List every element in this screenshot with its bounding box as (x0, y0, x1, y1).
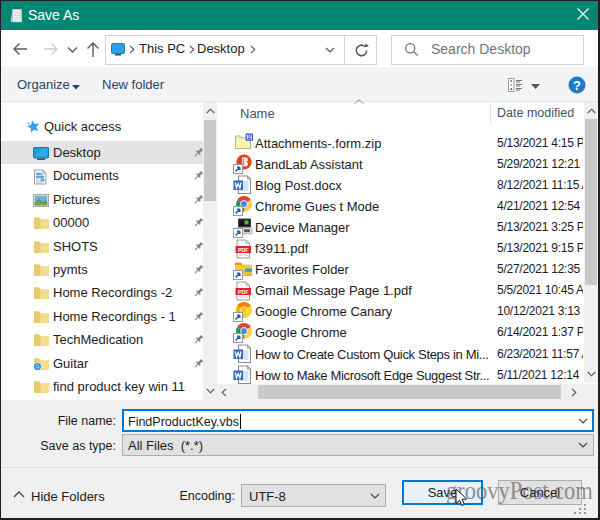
svg-text:PDF: PDF (238, 247, 248, 253)
svg-text:PDF: PDF (238, 289, 248, 295)
svg-text:?: ? (573, 78, 581, 93)
